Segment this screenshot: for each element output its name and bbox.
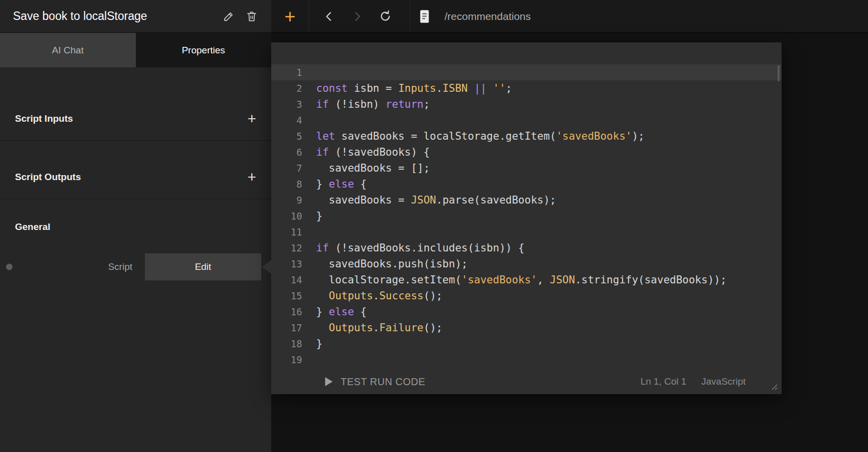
section-divider [0,199,271,199]
code-line[interactable]: 16} else { [271,304,782,320]
chevron-right-icon [351,10,364,23]
line-number: 2 [271,80,308,96]
code-line[interactable]: 4 [271,112,782,128]
code-line[interactable]: 1 [271,64,782,80]
code-text: localStorage.setItem('savedBooks', JSON.… [308,272,727,288]
line-number: 3 [271,96,308,112]
document-icon [418,9,431,24]
app-builder-window: nt ok nt + [0,0,868,452]
code-text: let savedBooks = localStorage.getItem('s… [308,128,644,144]
section-label: Script Inputs [15,113,247,124]
resize-grip[interactable] [768,380,779,391]
code-line[interactable]: 17 Outputs.Failure(); [271,320,782,336]
code-text: Outputs.Success(); [308,288,442,304]
line-number: 6 [271,144,308,160]
line-number: 17 [271,320,308,336]
play-icon [325,377,333,386]
code-line[interactable]: 5let savedBooks = localStorage.getItem('… [271,128,782,144]
panel-header: Save book to localStorage [0,0,271,33]
line-number: 5 [271,128,308,144]
section-label: General [15,222,256,232]
component-title: Save book to localStorage [13,9,217,23]
test-run-code-button[interactable]: TEST RUN CODE [325,376,425,388]
code-text: if (!savedBooks) { [308,144,430,160]
code-line[interactable]: 12if (!savedBooks.includes(isbn)) { [271,240,782,256]
code-text [308,352,316,368]
code-text [308,224,316,240]
code-editor-popover: 12const isbn = Inputs.ISBN || '';3if (!i… [271,42,782,394]
code-lines: 12const isbn = Inputs.ISBN || '';3if (!i… [271,64,782,368]
trash-icon [245,10,258,23]
cursor-position: Ln 1, Col 1 [640,376,686,387]
url-path[interactable]: /recommendations [444,10,531,22]
line-number: 18 [271,336,308,352]
code-text: const isbn = Inputs.ISBN || ''; [308,80,512,96]
code-text [308,112,316,128]
code-line[interactable]: 19 [271,352,782,368]
scrollbar-thumb[interactable] [778,65,780,81]
delete-button[interactable] [240,5,263,28]
line-number: 16 [271,304,308,320]
section-general: General [0,214,271,240]
line-number: 7 [271,160,308,176]
line-number: 9 [271,192,308,208]
pencil-icon [222,10,235,23]
refresh-icon [379,9,392,23]
code-line[interactable]: 15 Outputs.Success(); [271,288,782,304]
code-line[interactable]: 9 savedBooks = JSON.parse(savedBooks); [271,192,782,208]
code-line[interactable]: 6if (!savedBooks) { [271,144,782,160]
connection-dot[interactable] [6,264,12,270]
test-run-label: TEST RUN CODE [341,376,425,388]
code-line[interactable]: 2const isbn = Inputs.ISBN || ''; [271,80,782,96]
edit-script-button[interactable]: Edit [145,253,261,280]
code-text: savedBooks = []; [308,160,430,176]
code-text: } else { [308,304,367,320]
line-number: 15 [271,288,308,304]
refresh-button[interactable] [371,0,399,33]
code-text: } else { [308,176,367,192]
add-script-output-button[interactable]: + [247,170,256,185]
popover-arrow [262,260,271,274]
code-area[interactable]: 12const isbn = Inputs.ISBN || '';3if (!i… [271,42,782,369]
code-text: } [308,208,323,224]
code-line[interactable]: 7 savedBooks = []; [271,160,782,176]
code-text: savedBooks.push(isbn); [308,256,467,272]
section-divider [0,140,271,141]
code-line[interactable]: 14 localStorage.setItem('savedBooks', JS… [271,272,782,288]
code-text: Outputs.Failure(); [308,320,442,336]
section-script-inputs: Script Inputs + [0,102,271,135]
line-number: 8 [271,176,308,192]
line-number: 1 [271,64,308,80]
chevron-left-icon [323,10,336,23]
add-button[interactable]: + [271,0,309,33]
code-line[interactable]: 18} [271,336,782,352]
code-text [308,64,316,80]
editor-footer: TEST RUN CODE Ln 1, Col 1 JavaScript [271,369,782,394]
line-number: 12 [271,240,308,256]
code-text: } [308,336,323,352]
code-line[interactable]: 10} [271,208,782,224]
code-text: savedBooks = JSON.parse(savedBooks); [308,192,556,208]
add-script-input-button[interactable]: + [247,111,256,126]
language-label: JavaScript [701,376,746,387]
preview-toolbar: + /recommendations [271,0,868,33]
tab-properties[interactable]: Properties [136,33,272,67]
rename-button[interactable] [217,5,240,28]
code-line[interactable]: 3if (!isbn) return; [271,96,782,112]
tab-ai-chat[interactable]: AI Chat [0,33,136,67]
line-number: 11 [271,224,308,240]
page-button[interactable] [411,0,438,33]
line-number: 10 [271,208,308,224]
code-line[interactable]: 11 [271,224,782,240]
forward-button[interactable] [343,0,371,33]
code-line[interactable]: 8} else { [271,176,782,192]
script-field-label: Script [108,253,132,280]
properties-panel: Save book to localStorage AI Chat Proper… [0,0,271,452]
code-line[interactable]: 13 savedBooks.push(isbn); [271,256,782,272]
section-script-outputs: Script Outputs + [0,161,271,194]
line-number: 4 [271,112,308,128]
back-button[interactable] [315,0,343,33]
code-text: if (!savedBooks.includes(isbn)) { [308,240,524,256]
script-property-row: Script Edit [0,253,271,280]
line-number: 13 [271,256,308,272]
